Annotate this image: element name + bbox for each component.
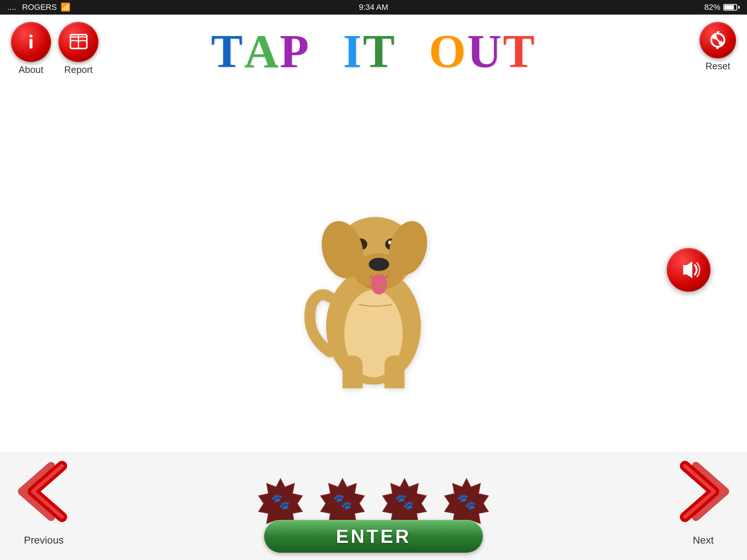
svg-text:🐾: 🐾 xyxy=(395,493,414,511)
svg-line-8 xyxy=(715,37,721,43)
reset-icon-circle[interactable] xyxy=(700,22,736,58)
dog-image xyxy=(282,151,465,388)
prev-chevron-icon xyxy=(11,459,77,524)
title-T1: T xyxy=(211,27,244,75)
previous-label: Previous xyxy=(24,534,64,546)
book-icon xyxy=(67,30,90,54)
title-P1: P xyxy=(280,27,310,75)
battery-percent: 82% xyxy=(704,3,720,12)
title-T3: T xyxy=(503,27,536,75)
info-icon xyxy=(20,31,42,53)
status-time: 9:34 AM xyxy=(359,3,388,12)
report-icon-circle[interactable] xyxy=(58,22,98,62)
next-button[interactable]: Next xyxy=(670,459,736,546)
svg-marker-25 xyxy=(683,261,692,278)
reset-button[interactable]: Reset xyxy=(700,22,736,72)
report-label: Report xyxy=(64,64,93,75)
wifi-icon: 📶 xyxy=(61,3,70,12)
header: About Report T A P xyxy=(0,15,747,88)
svg-point-14 xyxy=(371,274,387,295)
carrier-name: ROGERS xyxy=(22,3,57,12)
about-label: About xyxy=(19,64,43,75)
status-bar: .... ROGERS 📶 9:34 AM 82% xyxy=(0,0,747,15)
status-right: 82% xyxy=(704,3,740,12)
title-U: U xyxy=(467,27,503,75)
reset-label: Reset xyxy=(705,61,730,72)
app-area: About Report T A P xyxy=(0,15,747,560)
next-label: Next xyxy=(693,534,714,546)
svg-rect-21 xyxy=(342,355,363,388)
enter-button[interactable]: ENTER xyxy=(264,520,483,553)
svg-text:🐾: 🐾 xyxy=(271,493,290,511)
svg-rect-22 xyxy=(384,355,405,388)
svg-rect-1 xyxy=(30,39,32,48)
center-area: 🐾 🐾 🐾 xyxy=(77,477,670,528)
title-I: I xyxy=(343,27,363,75)
svg-text:🐾: 🐾 xyxy=(333,493,352,511)
svg-text:🐾: 🐾 xyxy=(457,493,476,511)
dog-svg xyxy=(282,151,465,388)
main-content xyxy=(0,88,747,452)
next-arrow-icon xyxy=(670,459,736,532)
sound-button[interactable] xyxy=(667,248,711,292)
previous-arrow-icon xyxy=(11,459,77,532)
speaker-icon xyxy=(676,257,701,283)
toolbar-left: About Report xyxy=(11,22,98,75)
battery-icon xyxy=(723,4,740,11)
svg-rect-0 xyxy=(30,35,32,38)
status-left: .... ROGERS 📶 xyxy=(7,3,70,12)
bottom-navigation: Previous 🐾 🐾 xyxy=(0,452,747,560)
title-A: A xyxy=(244,27,280,75)
title-O: O xyxy=(429,27,467,75)
signal-dots: .... xyxy=(7,3,19,12)
app-title: T A P I T O U T xyxy=(211,27,536,75)
title-T2: T xyxy=(363,27,396,75)
reset-icon xyxy=(707,29,729,51)
about-icon-circle[interactable] xyxy=(11,22,51,62)
enter-label: ENTER xyxy=(336,525,411,547)
svg-point-13 xyxy=(369,258,389,271)
report-button[interactable]: Report xyxy=(58,22,98,75)
previous-button[interactable]: Previous xyxy=(11,459,77,546)
about-button[interactable]: About xyxy=(11,22,51,75)
next-chevron-icon xyxy=(670,459,736,524)
